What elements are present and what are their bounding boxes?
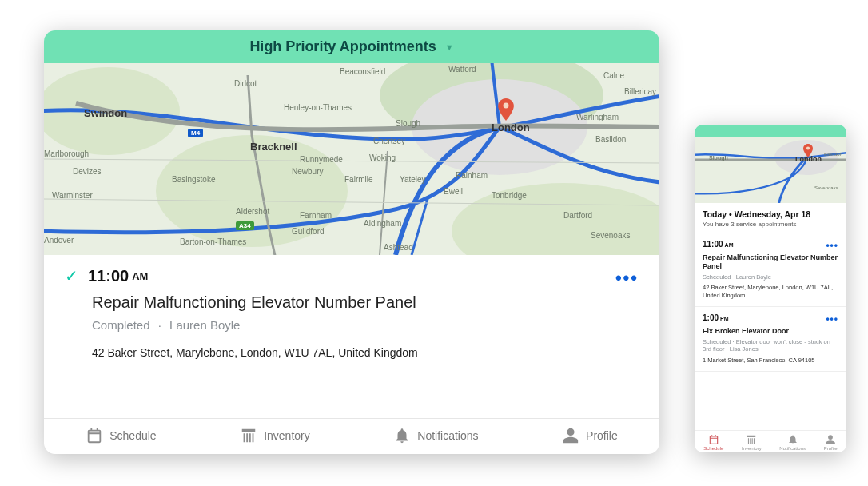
inventory-icon xyxy=(746,434,757,445)
nav-label: Profile xyxy=(824,446,838,451)
calendar-icon xyxy=(86,427,103,444)
map-label: Sevenoaks xyxy=(814,185,838,190)
phone-device: Slough London Basildon Sevenoaks Today •… xyxy=(695,125,846,452)
time-value: 1:00 xyxy=(703,313,719,322)
map-label: Andover xyxy=(44,236,74,245)
checkmark-icon: ✓ xyxy=(65,266,78,285)
map-label: Guildford xyxy=(292,227,325,236)
map-label: Chertsey xyxy=(373,137,405,145)
map-label: Dartford xyxy=(563,211,592,220)
time-ampm: AM xyxy=(725,242,734,248)
map-label: Marlborough xyxy=(44,149,89,158)
map-shield-a34: A34 xyxy=(236,221,254,230)
profile-icon xyxy=(562,427,579,444)
more-actions-button[interactable]: ••• xyxy=(826,240,838,251)
phone-map[interactable]: Slough London Basildon Sevenoaks xyxy=(695,137,846,203)
nav-schedule[interactable]: Schedule xyxy=(703,434,723,451)
map-label: Newbury xyxy=(292,167,323,176)
appointment-address: 1 Market Street, San Francisco, CA 94105 xyxy=(703,357,838,364)
chevron-down-icon: ▼ xyxy=(445,42,454,52)
phone-header-bar xyxy=(695,125,846,137)
map-label: Sevenoaks xyxy=(591,231,630,240)
nav-label: Notifications xyxy=(779,446,806,451)
tablet-map[interactable]: M4 A34 Swindon Bracknell London Didcot B… xyxy=(44,63,659,255)
map-label: Tonbridge xyxy=(492,191,527,200)
appointment-title: Repair Malfunctioning Elevator Number Pa… xyxy=(92,293,639,312)
map-label: Warlingham xyxy=(576,113,619,122)
appointment-ampm: AM xyxy=(132,270,148,282)
today-sub: You have 3 service appointments xyxy=(703,221,838,228)
tablet-device: High Priority Appointments ▼ xyxy=(44,30,659,454)
nav-profile[interactable]: Profile xyxy=(824,434,838,451)
nav-notifications[interactable]: Notifications xyxy=(779,434,806,451)
appointment-address: 42 Baker Street, Marylebone, London, W1U… xyxy=(703,284,838,300)
nav-label: Inventory xyxy=(742,446,762,451)
map-label: Barton-on-Thames xyxy=(180,237,246,246)
map-pin-icon[interactable] xyxy=(803,144,813,157)
more-actions-button[interactable]: ••• xyxy=(615,268,639,289)
phone-appointment-card[interactable]: 11:00AM ••• Repair Malfunctioning Elevat… xyxy=(695,233,846,307)
phone-today-section: Today • Wednesday, Apr 18 You have 3 ser… xyxy=(695,203,846,233)
appointment-card[interactable]: ✓ 11:00 AM ••• Repair Malfunctioning Ele… xyxy=(44,255,659,418)
map-label: Basildon xyxy=(595,135,626,144)
header-title: High Priority Appointments xyxy=(249,38,436,54)
map-label: Bracknell xyxy=(250,141,297,153)
nav-inventory[interactable]: Inventory xyxy=(240,427,310,444)
bell-icon xyxy=(393,427,411,444)
map-label: Slough xyxy=(396,119,420,128)
map-label: Ewell xyxy=(444,187,463,196)
bell-icon xyxy=(787,434,798,445)
phone-appointment-card[interactable]: 1:00PM ••• Fix Broken Elevator Door Sche… xyxy=(695,307,846,372)
map-label: Swindon xyxy=(84,107,127,119)
nav-inventory[interactable]: Inventory xyxy=(742,434,762,451)
map-canvas xyxy=(695,137,846,203)
appointment-status: Scheduled xyxy=(703,273,731,281)
appointment-status: Completed xyxy=(92,318,150,332)
map-label: Yateley xyxy=(400,175,426,184)
map-label: Calne xyxy=(603,71,624,80)
appointment-assignee: Lisa Jones xyxy=(730,345,759,353)
appointment-title: Fix Broken Elevator Door xyxy=(703,327,838,336)
appointment-meta: Scheduled Lauren Boyle xyxy=(703,273,838,281)
map-label: Woking xyxy=(369,153,396,162)
map-label: Aldershot xyxy=(236,207,269,216)
map-label: Watford xyxy=(448,65,476,74)
map-label: Farnham xyxy=(300,211,332,220)
map-label: Fairmile xyxy=(344,175,373,184)
map-label: Devizes xyxy=(73,167,102,176)
appointment-assignee: Lauren Boyle xyxy=(736,273,771,281)
tablet-header[interactable]: High Priority Appointments ▼ xyxy=(44,30,659,63)
map-label: Henley-on-Thames xyxy=(284,103,352,112)
map-label: Ashtead xyxy=(384,243,413,252)
map-canvas xyxy=(44,63,659,255)
map-label: London xyxy=(492,122,530,133)
more-actions-button[interactable]: ••• xyxy=(826,313,838,325)
nav-notifications[interactable]: Notifications xyxy=(393,427,478,444)
nav-label: Profile xyxy=(586,429,618,442)
map-label: Aldingham xyxy=(364,219,401,228)
map-label: Basingstoke xyxy=(172,175,215,184)
appointment-address: 42 Baker Street, Marylebone, London, W1U… xyxy=(92,346,639,359)
appointment-assignee: Lauren Boyle xyxy=(169,318,240,332)
svg-point-6 xyxy=(504,103,509,109)
nav-label: Inventory xyxy=(264,429,310,442)
map-label: Slough xyxy=(709,155,728,161)
map-pin-icon[interactable] xyxy=(498,98,514,121)
tablet-bottom-nav: Schedule Inventory Notifications Profile xyxy=(44,418,659,454)
nav-schedule[interactable]: Schedule xyxy=(86,427,156,444)
nav-label: Schedule xyxy=(703,446,723,451)
svg-point-9 xyxy=(806,146,810,149)
map-label: Billericay xyxy=(624,87,656,96)
phone-bottom-nav: Schedule Inventory Notifications Profile xyxy=(695,430,846,452)
appointment-status: Scheduled xyxy=(703,338,731,345)
profile-icon xyxy=(825,434,836,445)
map-label: Warminster xyxy=(52,191,93,200)
map-label: Rainham xyxy=(456,171,488,180)
nav-profile[interactable]: Profile xyxy=(562,427,618,444)
time-ampm: PM xyxy=(720,316,729,321)
appointment-time-row: ✓ 11:00 AM xyxy=(65,266,639,285)
nav-label: Schedule xyxy=(109,429,156,442)
map-label: Runnymede xyxy=(300,155,343,164)
time-value: 11:00 xyxy=(703,240,723,249)
appointment-time: 11:00 xyxy=(88,267,129,285)
